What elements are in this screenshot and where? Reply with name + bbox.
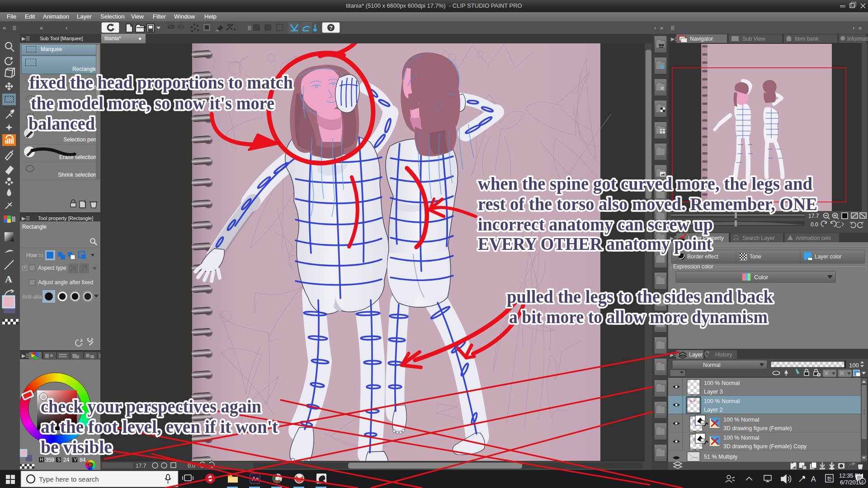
svg-text:Layer: Layer bbox=[689, 352, 703, 358]
svg-text:17.7: 17.7 bbox=[808, 213, 819, 219]
svg-text:17.7: 17.7 bbox=[136, 463, 146, 469]
svg-text:0.0: 0.0 bbox=[188, 463, 195, 469]
svg-text:›: › bbox=[853, 24, 854, 31]
svg-text:|||: ||| bbox=[248, 25, 251, 30]
svg-text:Layer Property: Layer Property bbox=[688, 235, 724, 241]
svg-text:Informatio: Informatio bbox=[847, 36, 868, 42]
svg-text:»: » bbox=[660, 24, 663, 31]
svg-text:2: 2 bbox=[861, 479, 863, 484]
svg-text:Color: Color bbox=[754, 274, 769, 281]
svg-text:0.0: 0.0 bbox=[811, 221, 818, 228]
svg-text:Border effect: Border effect bbox=[687, 253, 718, 260]
svg-text:100: 100 bbox=[849, 362, 859, 369]
svg-text:A: A bbox=[5, 273, 12, 285]
svg-text:Item bank: Item bank bbox=[795, 36, 819, 42]
svg-text:Ae: Ae bbox=[252, 476, 259, 482]
svg-text:100 % Normal: 100 % Normal bbox=[723, 435, 759, 441]
svg-text:»: » bbox=[859, 24, 862, 31]
svg-text:H: H bbox=[40, 457, 43, 462]
svg-text:100 % Normal: 100 % Normal bbox=[704, 380, 740, 386]
svg-text:?: ? bbox=[329, 24, 333, 31]
svg-text:‹: ‹ bbox=[654, 24, 656, 31]
svg-text:Expression color: Expression color bbox=[673, 263, 713, 270]
svg-text:100 % Normal: 100 % Normal bbox=[723, 417, 759, 423]
svg-text:한: 한 bbox=[827, 476, 832, 481]
svg-text:Sub View: Sub View bbox=[742, 36, 765, 42]
svg-text:51 % Multiply: 51 % Multiply bbox=[704, 454, 738, 460]
svg-text:Tone: Tone bbox=[750, 253, 761, 260]
svg-text:S: S bbox=[57, 457, 61, 462]
svg-text:Type here to search: Type here to search bbox=[39, 475, 99, 483]
svg-text:‹: ‹ bbox=[66, 24, 67, 31]
svg-text:Layer 3: Layer 3 bbox=[704, 389, 723, 395]
svg-text:Animation cels: Animation cels bbox=[796, 235, 831, 241]
svg-text:«: « bbox=[40, 24, 43, 31]
svg-text:«: « bbox=[3, 24, 6, 31]
svg-text:V: V bbox=[74, 457, 77, 462]
svg-text:3D drawing figure (Female) Cop: 3D drawing figure (Female) Copy bbox=[723, 443, 807, 450]
svg-text:Layer color: Layer color bbox=[815, 253, 841, 260]
svg-text:A: A bbox=[811, 475, 816, 483]
svg-text:|||: ||| bbox=[13, 25, 16, 30]
svg-text:Navigator: Navigator bbox=[690, 36, 713, 42]
svg-text:|||: ||| bbox=[671, 25, 675, 30]
svg-text:84: 84 bbox=[80, 457, 86, 463]
svg-text:100 % Normal: 100 % Normal bbox=[704, 398, 740, 404]
svg-text:Layer 2: Layer 2 bbox=[704, 407, 723, 413]
svg-text:24: 24 bbox=[63, 457, 70, 463]
svg-text:Search Layer: Search Layer bbox=[742, 235, 774, 241]
svg-text:3D drawing figure (Female): 3D drawing figure (Female) bbox=[723, 425, 792, 432]
svg-text:History: History bbox=[715, 352, 732, 358]
svg-text:359: 359 bbox=[45, 457, 54, 463]
svg-text:6/7/2019: 6/7/2019 bbox=[840, 479, 862, 486]
svg-text:Normal: Normal bbox=[703, 362, 721, 368]
